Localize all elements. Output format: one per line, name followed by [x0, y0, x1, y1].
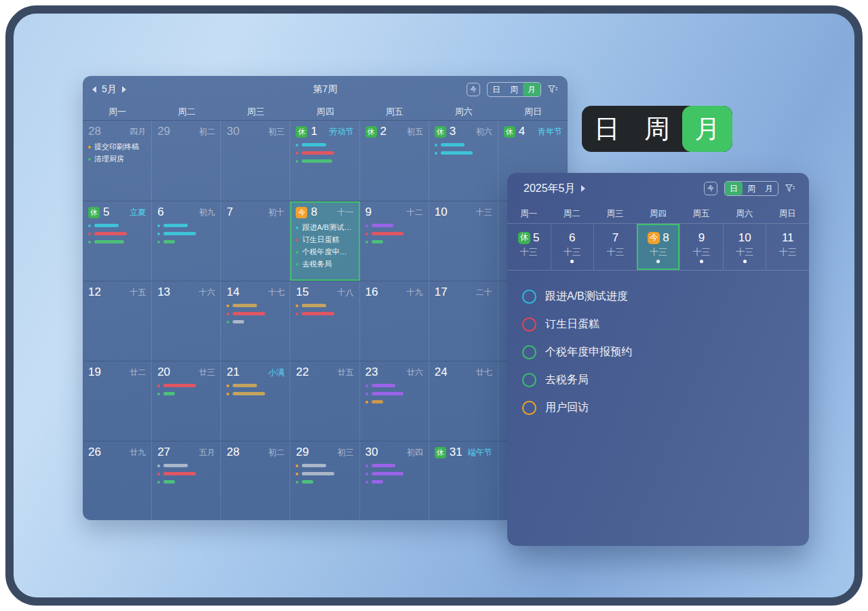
day-cell[interactable]: 27五月	[152, 441, 221, 520]
event-item[interactable]: 个税年度申报预约	[296, 247, 353, 257]
todo-item[interactable]: 个税年度申报预约	[522, 338, 795, 366]
view-option-月[interactable]: 月	[760, 182, 778, 195]
week-day-cell[interactable]: 10十三	[723, 224, 766, 270]
event-bar[interactable]	[296, 312, 353, 315]
week-day-cell[interactable]: 今8十三	[637, 224, 680, 270]
day-cell[interactable]: 21小满	[221, 361, 290, 441]
event-bar[interactable]	[296, 480, 353, 484]
event-item[interactable]: 订生日蛋糕	[296, 235, 353, 245]
event-bar[interactable]	[366, 224, 423, 227]
view-option-月[interactable]: 月	[523, 83, 540, 96]
event-bar[interactable]	[157, 240, 215, 243]
todo-checkbox[interactable]	[522, 373, 536, 387]
event-bar[interactable]	[296, 159, 353, 163]
today-button[interactable]: 今	[467, 83, 480, 96]
todo-item[interactable]: 用户回访	[522, 394, 795, 422]
event-bar[interactable]	[366, 472, 423, 475]
day-cell[interactable]: 9十二	[360, 201, 429, 281]
today-button[interactable]: 今	[704, 182, 717, 195]
view-option-周[interactable]: 周	[505, 83, 523, 96]
event-bar[interactable]	[226, 392, 284, 395]
day-cell[interactable]: 13十六	[152, 281, 221, 361]
week-day-cell[interactable]: 休5十三	[507, 224, 551, 270]
event-bar[interactable]	[157, 232, 215, 235]
day-cell[interactable]: 15十八	[290, 281, 359, 361]
view-toggle-option-月[interactable]: 月	[682, 106, 732, 152]
filter-icon[interactable]	[548, 85, 558, 94]
event-item[interactable]: 跟进A/B测试进度	[296, 222, 353, 233]
day-cell[interactable]: 22廿五	[290, 361, 359, 441]
day-cell[interactable]: 休31端午节	[429, 441, 498, 520]
event-bar[interactable]	[366, 392, 423, 395]
day-cell[interactable]: 17二十	[429, 281, 498, 361]
day-cell[interactable]: 10十三	[429, 201, 498, 281]
event-bar[interactable]	[366, 232, 423, 235]
day-cell[interactable]: 休5立夏	[83, 201, 152, 281]
day-cell[interactable]: 28四月提交印刷终稿清理厨房	[83, 121, 152, 201]
event-bar[interactable]	[435, 143, 492, 146]
event-bar[interactable]	[296, 151, 353, 155]
day-cell[interactable]: 14十七	[221, 281, 290, 361]
day-cell[interactable]: 23廿六	[360, 361, 429, 441]
event-bar[interactable]	[226, 304, 284, 307]
next-icon[interactable]	[581, 185, 585, 192]
event-bar[interactable]	[157, 464, 215, 467]
event-bar[interactable]	[157, 480, 215, 484]
next-month-icon[interactable]	[122, 86, 126, 93]
day-cell[interactable]: 休3初六	[429, 121, 498, 201]
event-bar[interactable]	[366, 480, 423, 484]
event-bar[interactable]	[157, 224, 215, 227]
day-cell[interactable]: 12十五	[83, 281, 152, 361]
event-bar[interactable]	[296, 143, 353, 146]
day-cell[interactable]: 16十九	[360, 281, 429, 361]
event-bar[interactable]	[157, 392, 215, 395]
week-day-cell[interactable]: 6十三	[551, 224, 594, 270]
todo-checkbox[interactable]	[522, 317, 536, 332]
event-item[interactable]: 清理厨房	[88, 154, 146, 164]
day-cell[interactable]: 26廿九	[83, 441, 152, 520]
day-cell[interactable]: 29初二	[152, 121, 221, 201]
event-bar[interactable]	[296, 464, 353, 467]
event-item[interactable]: 去税务局	[296, 259, 353, 269]
day-cell[interactable]: 24廿七	[429, 361, 498, 441]
event-bar[interactable]	[88, 240, 146, 243]
prev-month-icon[interactable]	[92, 86, 96, 93]
view-option-日[interactable]: 日	[725, 182, 743, 195]
week-day-cell[interactable]: 7十三	[593, 224, 637, 270]
todo-checkbox[interactable]	[522, 290, 536, 304]
event-bar[interactable]	[157, 384, 215, 387]
event-item[interactable]: 提交印刷终稿	[88, 142, 146, 152]
day-cell[interactable]: 6初九	[152, 201, 221, 281]
event-bar[interactable]	[366, 400, 423, 403]
event-bar[interactable]	[226, 384, 284, 387]
event-bar[interactable]	[88, 224, 146, 227]
day-cell[interactable]: 休2初五	[360, 121, 429, 201]
day-cell[interactable]: 28初二	[221, 441, 290, 520]
todo-checkbox[interactable]	[522, 345, 536, 359]
view-toggle-option-日[interactable]: 日	[582, 106, 632, 152]
view-option-周[interactable]: 周	[743, 182, 760, 195]
todo-item[interactable]: 订生日蛋糕	[522, 311, 795, 338]
event-bar[interactable]	[226, 320, 284, 323]
day-cell[interactable]: 29初三	[290, 441, 359, 520]
day-cell[interactable]: 19廿二	[83, 361, 152, 441]
todo-checkbox[interactable]	[522, 401, 536, 415]
day-cell[interactable]: 休1劳动节	[290, 121, 359, 201]
event-bar[interactable]	[88, 232, 146, 235]
event-bar[interactable]	[296, 304, 353, 307]
event-bar[interactable]	[296, 472, 353, 475]
event-bar[interactable]	[157, 472, 215, 475]
event-bar[interactable]	[366, 240, 423, 243]
view-option-日[interactable]: 日	[488, 83, 505, 96]
filter-icon[interactable]	[785, 184, 795, 193]
event-bar[interactable]	[226, 312, 284, 315]
day-cell[interactable]: 20廿三	[152, 361, 221, 441]
day-cell[interactable]: 30初三	[221, 121, 290, 201]
day-cell[interactable]: 7初十	[221, 201, 290, 281]
week-day-cell[interactable]: 11十三	[766, 224, 809, 270]
event-bar[interactable]	[366, 384, 423, 387]
todo-item[interactable]: 去税务局	[522, 366, 795, 394]
day-cell[interactable]: 30初四	[360, 441, 429, 520]
event-bar[interactable]	[435, 151, 492, 155]
todo-item[interactable]: 跟进A/B测试进度	[522, 283, 795, 311]
